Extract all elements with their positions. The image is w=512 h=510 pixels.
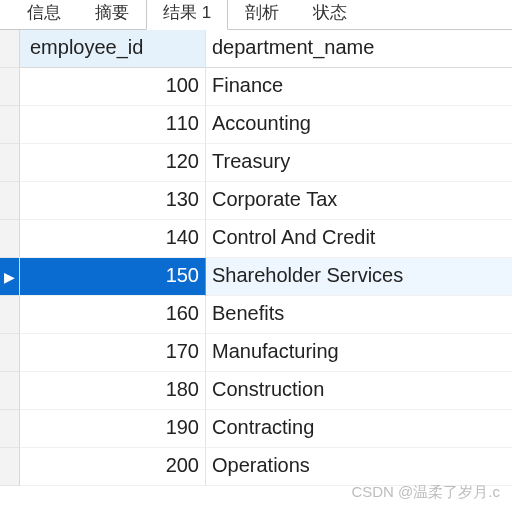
column-header-department-name[interactable]: department_name — [206, 30, 512, 68]
header-row: employee_id department_name — [0, 30, 512, 68]
tab-bar: 信息摘要结果 1剖析状态 — [0, 0, 512, 30]
cell-department-name[interactable]: Operations — [206, 448, 512, 486]
row-gutter[interactable] — [0, 334, 20, 372]
cell-employee-id[interactable]: 120 — [20, 144, 206, 182]
cell-employee-id[interactable]: 180 — [20, 372, 206, 410]
row-gutter[interactable] — [0, 220, 20, 258]
table-row[interactable]: 140Control And Credit — [0, 220, 512, 258]
cell-department-name[interactable]: Manufacturing — [206, 334, 512, 372]
cell-department-name[interactable]: Treasury — [206, 144, 512, 182]
tab-1[interactable]: 摘要 — [78, 0, 146, 29]
row-gutter[interactable] — [0, 410, 20, 448]
cell-department-name[interactable]: Contracting — [206, 410, 512, 448]
cell-employee-id[interactable]: 150 — [20, 258, 206, 296]
cell-department-name[interactable]: Benefits — [206, 296, 512, 334]
tab-4[interactable]: 状态 — [296, 0, 364, 29]
cell-employee-id[interactable]: 160 — [20, 296, 206, 334]
table-row[interactable]: 130Corporate Tax — [0, 182, 512, 220]
cell-department-name[interactable]: Finance — [206, 68, 512, 106]
row-gutter[interactable] — [0, 448, 20, 486]
table-row[interactable]: 190Contracting — [0, 410, 512, 448]
row-gutter[interactable] — [0, 68, 20, 106]
tab-2[interactable]: 结果 1 — [146, 0, 228, 30]
cell-employee-id[interactable]: 100 — [20, 68, 206, 106]
cell-department-name[interactable]: Corporate Tax — [206, 182, 512, 220]
table-row[interactable]: 170Manufacturing — [0, 334, 512, 372]
table-row[interactable]: 200Operations — [0, 448, 512, 486]
row-gutter[interactable] — [0, 144, 20, 182]
cell-employee-id[interactable]: 170 — [20, 334, 206, 372]
cell-department-name[interactable]: Shareholder Services — [206, 258, 512, 296]
cell-employee-id[interactable]: 200 — [20, 448, 206, 486]
cell-employee-id[interactable]: 130 — [20, 182, 206, 220]
cell-department-name[interactable]: Construction — [206, 372, 512, 410]
cell-employee-id[interactable]: 190 — [20, 410, 206, 448]
row-gutter[interactable] — [0, 182, 20, 220]
watermark-text: CSDN @温柔了岁月.c — [351, 483, 500, 502]
table-row[interactable]: 180Construction — [0, 372, 512, 410]
header-gutter — [0, 30, 20, 68]
cell-employee-id[interactable]: 110 — [20, 106, 206, 144]
current-row-marker-icon: ▶ — [4, 269, 15, 285]
cell-department-name[interactable]: Accounting — [206, 106, 512, 144]
tab-0[interactable]: 信息 — [10, 0, 78, 29]
table-row[interactable]: 100Finance — [0, 68, 512, 106]
row-gutter[interactable] — [0, 296, 20, 334]
table-row[interactable]: 160Benefits — [0, 296, 512, 334]
tab-3[interactable]: 剖析 — [228, 0, 296, 29]
cell-employee-id[interactable]: 140 — [20, 220, 206, 258]
row-gutter[interactable]: ▶ — [0, 258, 20, 296]
results-grid: employee_id department_name 100Finance11… — [0, 30, 512, 486]
table-row[interactable]: ▶150Shareholder Services — [0, 258, 512, 296]
row-gutter[interactable] — [0, 106, 20, 144]
column-header-employee-id[interactable]: employee_id — [20, 30, 206, 68]
row-gutter[interactable] — [0, 372, 20, 410]
table-row[interactable]: 110Accounting — [0, 106, 512, 144]
cell-department-name[interactable]: Control And Credit — [206, 220, 512, 258]
table-row[interactable]: 120Treasury — [0, 144, 512, 182]
